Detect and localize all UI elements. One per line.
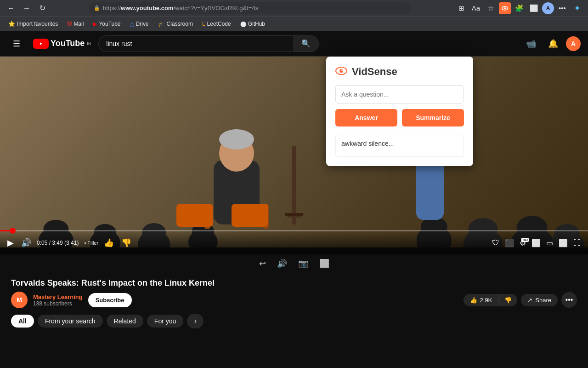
thumbs-down-button[interactable]: 👎 [119,236,133,250]
chairs [176,195,268,231]
filter-chips: All From your search Related For you › [0,308,588,328]
youtube-bookmark-icon: ▶ [93,21,97,27]
bookmark-github-label: GitHub [248,21,265,27]
transcript-button[interactable]: ⬜ [319,259,329,269]
bookmark-leetcode[interactable]: L LeetCode [198,20,235,28]
bookmark-mail[interactable]: M Mail [63,20,87,28]
hd-badge: HD [521,238,529,242]
share-label: Share [535,297,551,304]
chip-related[interactable]: Related [107,315,143,328]
refresh-button[interactable]: ↻ [36,2,49,15]
mail-icon: M [67,21,72,27]
vidsense-extension-button[interactable] [499,2,511,14]
read-aloud-button[interactable]: Aa [469,2,482,15]
share-button[interactable]: ↗ Share [521,294,558,306]
thumbs-up-button[interactable]: 👍 [102,236,116,250]
search-input[interactable] [98,35,293,52]
miniplayer-button[interactable]: ⬜ [530,237,543,249]
chip-all[interactable]: All [11,315,34,328]
like-count: 2.9K [480,297,492,304]
settings-menu-button[interactable]: ••• [556,2,569,15]
video-controls-bar: ▶ 🔊 0:05 / 3:49 (3:41) • Filler 👍 👎 🛡 ⬛ … [0,231,588,254]
video-title: Torvalds Speaks: Rust's Impact on the Li… [11,278,577,288]
svg-point-33 [339,69,343,73]
extensions-button[interactable]: ⊞ [455,2,468,15]
volume-button[interactable]: 🔊 [19,236,33,250]
channel-avatar[interactable]: M [11,292,28,308]
loop-button[interactable]: ↩ [259,259,266,269]
chip-for-you[interactable]: For you [147,315,183,328]
address-bar[interactable]: 🔒 https://www.youtube.com/watch?v=YyRVOG… [89,2,411,14]
bookmark-drive-label: Drive [136,21,149,27]
action-buttons: 👍 2.9K 👎 ↗ Share ••• [464,292,577,308]
video-player[interactable]: ▶ 🔊 0:05 / 3:49 (3:41) • Filler 👍 👎 🛡 ⬛ … [0,57,588,254]
filter-label: • Filler [84,240,98,246]
browser-chrome: ← → ↻ 🔒 https://www.youtube.com/watch?v=… [0,0,588,31]
url-text: https://www.youtube.com/watch?v=YyRVOGxR… [103,5,406,12]
bookmark-classroom[interactable]: 🎓 Classroom [154,20,197,28]
url-path: /watch?v=YyRVOGxRKLg&t=4s [173,5,258,12]
youtube-logo-text: YouTube [51,39,85,48]
video-info: Torvalds Speaks: Rust's Impact on the Li… [0,273,588,308]
vidsense-question-input[interactable] [335,85,464,104]
channel-name[interactable]: Mastery Learning [33,293,83,300]
channel-row: M Mastery Learning 188 subscribers Subsc… [11,292,577,308]
screenshot-button[interactable]: 📷 [298,259,308,269]
bookmark-import[interactable]: ⭐ Import favourites [5,20,62,28]
browser-actions: ⊞ Aa ☆ 🧩 ⬜ A ••• ✦ [455,2,583,15]
profile-button[interactable]: A [542,2,554,14]
bookmark-youtube-label: YouTube [99,21,120,27]
vidsense-summarize-button[interactable]: Summarize [402,109,464,126]
back-button[interactable]: ← [5,2,17,15]
youtube-logo[interactable]: YouTube IN [33,39,91,49]
share-icon: ↗ [527,297,532,304]
forward-button[interactable]: → [20,2,33,15]
youtube-logo-icon [33,39,49,49]
extensions-puzzle-button[interactable]: 🧩 [513,2,526,15]
header-actions: 📹 🔔 A [522,34,581,53]
lock-icon: 🔒 [94,5,100,11]
theater-mode-button[interactable]: ▭ [544,237,555,249]
svg-point-21 [219,129,254,150]
bookmark-youtube[interactable]: ▶ YouTube [89,20,124,28]
chip-more-button[interactable]: › [187,314,204,328]
search-button[interactable]: 🔍 [293,35,319,52]
vidsense-header: VidSense [335,66,464,78]
bookmark-drive[interactable]: △ Drive [126,20,153,28]
favorites-button[interactable]: ☆ [484,2,497,15]
fullscreen-button[interactable]: ⛶ [571,237,582,249]
subscribe-button[interactable]: Subscribe [88,293,132,307]
browser-titlebar: ← → ↻ 🔒 https://www.youtube.com/watch?v=… [0,0,588,16]
drive-icon: △ [130,21,134,27]
vidsense-content: awkward silence... [335,134,464,157]
shield-button[interactable]: 🛡 [490,237,501,249]
copilot-button[interactable]: ✦ [571,2,583,15]
svg-rect-29 [285,213,303,216]
vidsense-buttons: Answer Summarize [335,109,464,126]
settings-button[interactable]: ⚙ HD [518,237,528,249]
more-actions-button[interactable]: ••• [561,292,577,308]
create-video-button[interactable]: 📹 [522,34,540,53]
nav-buttons: ← → ↻ [5,2,49,15]
vidsense-answer-button[interactable]: Answer [335,109,397,126]
split-screen-button[interactable]: ⬜ [527,2,540,15]
svg-rect-31 [232,204,268,227]
import-icon: ⭐ [8,21,15,27]
captions-button[interactable]: ⬛ [503,237,516,249]
chip-from-search[interactable]: From your search [38,315,103,328]
aspect-ratio-button[interactable]: ⬜ [557,237,570,249]
play-pause-button[interactable]: ▶ [6,236,16,250]
leetcode-icon: L [202,21,205,27]
audio-track-button[interactable]: 🔊 [277,259,287,269]
extra-controls-bar: ↩ 🔊 📷 ⬜ [0,254,588,273]
notifications-button[interactable]: 🔔 [544,34,562,53]
dislike-icon: 👎 [504,297,512,304]
like-button[interactable]: 👍 2.9K [464,294,499,306]
dislike-button[interactable]: 👎 [498,294,517,306]
channel-info: Mastery Learning 188 subscribers [33,293,83,307]
hamburger-menu-button[interactable]: ☰ [7,34,26,53]
user-avatar[interactable]: A [566,36,581,51]
main-content: ▶ 🔊 0:05 / 3:49 (3:41) • Filler 👍 👎 🛡 ⬛ … [0,57,588,328]
bookmark-github[interactable]: ⬤ GitHub [237,20,269,28]
vidsense-eye-icon [335,66,347,78]
